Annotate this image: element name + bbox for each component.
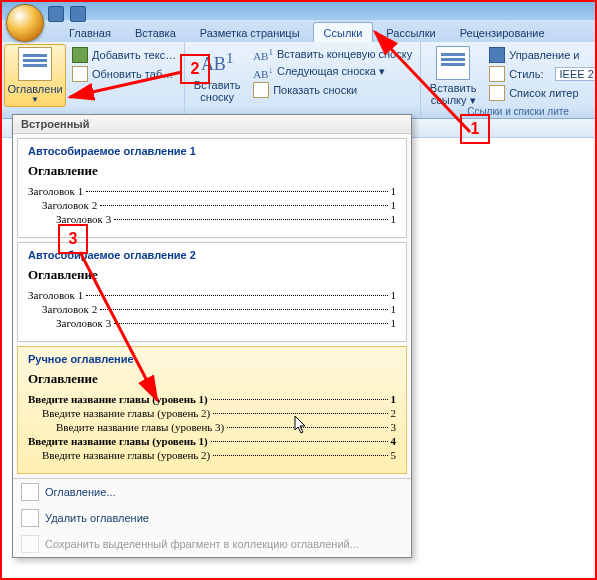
bibliography-button[interactable]: Список литер (487, 84, 597, 102)
insert-endnote-button[interactable]: AB1Вставить концевую сноску (251, 46, 414, 63)
office-button[interactable] (6, 4, 44, 42)
tab-home[interactable]: Главная (58, 22, 122, 42)
tab-layout[interactable]: Разметка страницы (189, 22, 311, 42)
qat-undo-icon[interactable] (70, 6, 86, 22)
tab-review[interactable]: Рецензирование (449, 22, 556, 42)
manage-sources-button[interactable]: Управление и (487, 46, 597, 64)
style-icon (489, 66, 505, 82)
callout-3: 3 (58, 224, 88, 254)
qat-save-icon[interactable] (48, 6, 64, 22)
next-footnote-button[interactable]: AB↓Следующая сноска ▾ (251, 64, 414, 81)
insert-toc-menuitem[interactable]: Оглавление... (13, 479, 411, 505)
tab-mailings[interactable]: Рассылки (375, 22, 446, 42)
remove-toc-menuitem[interactable]: Удалить оглавление (13, 505, 411, 531)
save-gallery-icon (21, 535, 39, 553)
insert-citation-button[interactable]: Вставить ссылку ▾ (423, 44, 483, 108)
preset-auto-1[interactable]: Автособираемое оглавление 1 Оглавление З… (17, 138, 407, 238)
ribbon-tabs: Главная Вставка Разметка страницы Ссылки… (2, 20, 595, 42)
builtin-header: Встроенный (13, 115, 411, 134)
toc-button[interactable]: Оглавлени ▼ (4, 44, 66, 107)
preset-auto-2[interactable]: Автособираемое оглавление 2 Оглавление З… (17, 242, 407, 342)
style-dropdown[interactable]: Стиль: IEEE 2 (487, 65, 597, 83)
plus-icon (72, 47, 88, 63)
delete-icon (21, 509, 39, 527)
ribbon: Оглавлени ▼ Добавить текс… Обновить таб…… (2, 42, 595, 119)
ab-small-icon: AB1 (253, 47, 273, 62)
callout-1: 1 (460, 114, 490, 144)
toc-icon (18, 47, 52, 81)
tab-references[interactable]: Ссылки (313, 22, 374, 42)
tab-insert[interactable]: Вставка (124, 22, 187, 42)
add-text-button[interactable]: Добавить текс… (70, 46, 178, 64)
toc-gallery-dropdown: Встроенный Автособираемое оглавление 1 О… (12, 114, 412, 558)
preset-manual[interactable]: Ручное оглавление Оглавление Введите наз… (17, 346, 407, 474)
toc-doc-icon (21, 483, 39, 501)
notes-icon (253, 82, 269, 98)
show-footnotes-button[interactable]: Показать сноски (251, 81, 414, 99)
citation-icon (436, 46, 470, 80)
save-selection-menuitem: Сохранить выделенный фрагмент в коллекци… (13, 531, 411, 557)
ab-next-icon: AB↓ (253, 65, 273, 80)
group-caption: Ссылки и списки лите (421, 106, 597, 117)
biblio-icon (489, 85, 505, 101)
update-table-button[interactable]: Обновить таб… (70, 65, 178, 83)
callout-2: 2 (180, 54, 210, 84)
chevron-down-icon: ▼ (7, 95, 63, 104)
manage-icon (489, 47, 505, 63)
refresh-icon (72, 66, 88, 82)
